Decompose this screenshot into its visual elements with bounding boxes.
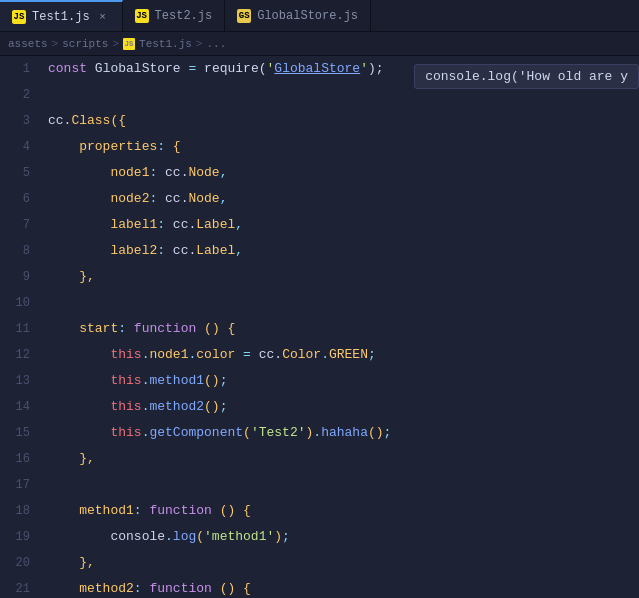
code-line-20: 20 }, (0, 550, 639, 576)
line-number: 20 (0, 550, 46, 576)
code-line-13: 13 this.method1(); (0, 368, 639, 394)
code-line-6: 6 node2: cc.Node, (0, 186, 639, 212)
line-content: }, (46, 446, 639, 472)
breadcrumb: assets > scripts > JS Test1.js > ... (0, 32, 639, 56)
line-number: 5 (0, 160, 46, 186)
line-content: }, (46, 264, 639, 290)
line-number: 17 (0, 472, 46, 498)
code-line-12: 12 this.node1.color = cc.Color.GREEN; (0, 342, 639, 368)
line-number: 9 (0, 264, 46, 290)
line-number: 15 (0, 420, 46, 446)
line-number: 19 (0, 524, 46, 550)
line-number: 6 (0, 186, 46, 212)
line-number: 7 (0, 212, 46, 238)
tab-icon-test2: JS (135, 9, 149, 23)
breadcrumb-file-icon: JS (123, 38, 135, 50)
line-content: method1: function () { (46, 498, 639, 524)
code-line-17: 17 (0, 472, 639, 498)
code-line-19: 19 console.log('method1'); (0, 524, 639, 550)
code-line-15: 15 this.getComponent('Test2').hahaha(); (0, 420, 639, 446)
tab-test2[interactable]: JS Test2.js (123, 0, 226, 31)
code-line-14: 14 this.method2(); (0, 394, 639, 420)
tab-label-globalstore: GlobalStore.js (257, 9, 358, 23)
line-number: 8 (0, 238, 46, 264)
code-line-10: 10 (0, 290, 639, 316)
line-content: this.method2(); (46, 394, 639, 420)
code-line-9: 9 }, (0, 264, 639, 290)
line-content: node1: cc.Node, (46, 160, 639, 186)
line-content: method2: function () { (46, 576, 639, 597)
line-content: start: function () { (46, 316, 639, 342)
line-number: 11 (0, 316, 46, 342)
line-number: 16 (0, 446, 46, 472)
line-number: 21 (0, 576, 46, 597)
tab-label-test2: Test2.js (155, 9, 213, 23)
tab-icon-test1: JS (12, 10, 26, 24)
code-area[interactable]: 1const GlobalStore = require('GlobalStor… (0, 56, 639, 597)
line-number: 3 (0, 108, 46, 134)
line-content: this.getComponent('Test2').hahaha(); (46, 420, 639, 446)
line-number: 12 (0, 342, 46, 368)
code-line-21: 21 method2: function () { (0, 576, 639, 597)
code-line-3: 3cc.Class({ (0, 108, 639, 134)
line-content: this.method1(); (46, 368, 639, 394)
code-line-4: 4 properties: { (0, 134, 639, 160)
tab-icon-globalstore: GS (237, 9, 251, 23)
line-content: label2: cc.Label, (46, 238, 639, 264)
tab-test1[interactable]: JS Test1.js × (0, 0, 123, 31)
tooltip: console.log('How old are y (414, 64, 639, 89)
line-content: }, (46, 550, 639, 576)
line-content: this.node1.color = cc.Color.GREEN; (46, 342, 639, 368)
code-line-5: 5 node1: cc.Node, (0, 160, 639, 186)
line-content: properties: { (46, 134, 639, 160)
line-number: 4 (0, 134, 46, 160)
line-content: node2: cc.Node, (46, 186, 639, 212)
line-number: 2 (0, 82, 46, 108)
line-number: 1 (0, 56, 46, 82)
editor[interactable]: console.log('How old are y 1const Global… (0, 56, 639, 597)
code-line-8: 8 label2: cc.Label, (0, 238, 639, 264)
line-number: 18 (0, 498, 46, 524)
line-content: cc.Class({ (46, 108, 639, 134)
line-content: label1: cc.Label, (46, 212, 639, 238)
tab-label-test1: Test1.js (32, 10, 90, 24)
code-line-7: 7 label1: cc.Label, (0, 212, 639, 238)
tab-bar: JS Test1.js × JS Test2.js GS GlobalStore… (0, 0, 639, 32)
line-number: 13 (0, 368, 46, 394)
line-number: 14 (0, 394, 46, 420)
code-line-18: 18 method1: function () { (0, 498, 639, 524)
line-number: 10 (0, 290, 46, 316)
code-line-16: 16 }, (0, 446, 639, 472)
line-content: console.log('method1'); (46, 524, 639, 550)
tab-close-test1[interactable]: × (96, 10, 110, 24)
code-line-11: 11 start: function () { (0, 316, 639, 342)
tab-globalstore[interactable]: GS GlobalStore.js (225, 0, 371, 31)
